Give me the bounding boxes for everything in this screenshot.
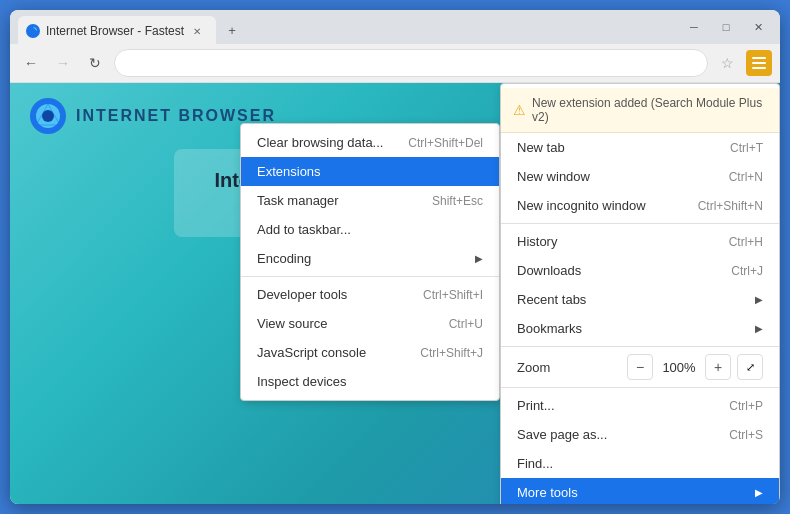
submenu-extensions[interactable]: Extensions xyxy=(241,157,499,186)
active-tab[interactable]: Internet Browser - Fastest ✕ xyxy=(18,16,216,44)
menu-bookmarks[interactable]: Bookmarks ▶ xyxy=(501,314,779,343)
menu-downloads-label: Downloads xyxy=(517,263,581,278)
submenu-add-taskbar-label: Add to taskbar... xyxy=(257,222,351,237)
submenu-developer-tools[interactable]: Developer tools Ctrl+Shift+I xyxy=(241,280,499,309)
submenu-inspect-devices[interactable]: Inspect devices xyxy=(241,367,499,396)
submenu-inspect-devices-label-area: Inspect devices xyxy=(257,374,347,389)
submenu-clear-browsing-label: Clear browsing data... xyxy=(257,135,383,150)
menu-print-label: Print... xyxy=(517,398,555,413)
submenu-extensions-label: Extensions xyxy=(257,164,321,179)
submenu-extensions-label-area: Extensions xyxy=(257,164,321,179)
zoom-fullscreen-button[interactable]: ⤢ xyxy=(737,354,763,380)
bookmark-star-button[interactable]: ☆ xyxy=(714,50,740,76)
zoom-plus-button[interactable]: + xyxy=(705,354,731,380)
main-menu-button[interactable] xyxy=(746,50,772,76)
menu-recent-tabs-label: Recent tabs xyxy=(517,292,586,307)
more-tools-submenu: Clear browsing data... Ctrl+Shift+Del Ex… xyxy=(240,123,500,401)
menu-find[interactable]: Find... xyxy=(501,449,779,478)
close-button[interactable]: ✕ xyxy=(744,17,772,37)
submenu-task-manager-shortcut: Shift+Esc xyxy=(432,194,483,208)
menu-print[interactable]: Print... Ctrl+P xyxy=(501,391,779,420)
browser-content: INTERNET BROWSER Internet Browser. The m… xyxy=(10,83,780,504)
submenu-clear-browsing[interactable]: Clear browsing data... Ctrl+Shift+Del xyxy=(241,128,499,157)
menu-new-tab[interactable]: New tab Ctrl+T xyxy=(501,133,779,162)
menu-new-tab-shortcut: Ctrl+T xyxy=(730,141,763,155)
zoom-controls: − 100% + ⤢ xyxy=(627,354,763,380)
submenu-encoding[interactable]: Encoding ▶ xyxy=(241,244,499,273)
submenu-javascript-console-label: JavaScript console xyxy=(257,345,366,360)
submenu-view-source[interactable]: View source Ctrl+U xyxy=(241,309,499,338)
menu-divider-1 xyxy=(501,223,779,224)
submenu-task-manager-label-area: Task manager xyxy=(257,193,339,208)
menu-new-window[interactable]: New window Ctrl+N xyxy=(501,162,779,191)
address-bar[interactable] xyxy=(114,49,708,77)
submenu-task-manager[interactable]: Task manager Shift+Esc xyxy=(241,186,499,215)
title-bar: Internet Browser - Fastest ✕ + ─ □ ✕ xyxy=(10,10,780,44)
submenu-task-manager-label: Task manager xyxy=(257,193,339,208)
hamburger-icon xyxy=(752,57,766,69)
menu-line-2 xyxy=(752,62,766,64)
browser-window: Internet Browser - Fastest ✕ + ─ □ ✕ ← →… xyxy=(10,10,780,504)
menu-divider-3 xyxy=(501,387,779,388)
submenu-add-taskbar-label-area: Add to taskbar... xyxy=(257,222,351,237)
menu-history-shortcut: Ctrl+H xyxy=(729,235,763,249)
menu-more-tools-label: More tools xyxy=(517,485,578,500)
menu-downloads-shortcut: Ctrl+J xyxy=(731,264,763,278)
submenu-developer-tools-label-area: Developer tools xyxy=(257,287,347,302)
menu-more-tools[interactable]: More tools ▶ xyxy=(501,478,779,504)
menu-print-shortcut: Ctrl+P xyxy=(729,399,763,413)
menu-new-incognito-label: New incognito window xyxy=(517,198,646,213)
submenu-view-source-shortcut: Ctrl+U xyxy=(449,317,483,331)
menu-find-label: Find... xyxy=(517,456,553,471)
menu-save-page[interactable]: Save page as... Ctrl+S xyxy=(501,420,779,449)
browser-logo-icon xyxy=(30,98,66,134)
menu-divider-2 xyxy=(501,346,779,347)
submenu-javascript-console[interactable]: JavaScript console Ctrl+Shift+J xyxy=(241,338,499,367)
tab-favicon xyxy=(26,24,40,38)
menu-bookmarks-label: Bookmarks xyxy=(517,321,582,336)
menu-new-window-label: New window xyxy=(517,169,590,184)
zoom-minus-button[interactable]: − xyxy=(627,354,653,380)
submenu-clear-browsing-label-area: Clear browsing data... xyxy=(257,135,383,150)
main-dropdown-menu: ⚠ New extension added (Search Module Plu… xyxy=(500,83,780,504)
notification-bar: ⚠ New extension added (Search Module Plu… xyxy=(501,88,779,133)
zoom-value-display: 100% xyxy=(659,360,699,375)
minimize-button[interactable]: ─ xyxy=(680,17,708,37)
submenu-divider-1 xyxy=(241,276,499,277)
menu-new-incognito[interactable]: New incognito window Ctrl+Shift+N xyxy=(501,191,779,220)
forward-button[interactable]: → xyxy=(50,50,76,76)
submenu-add-taskbar[interactable]: Add to taskbar... xyxy=(241,215,499,244)
address-bar-area: ← → ↻ ☆ xyxy=(10,44,780,83)
maximize-button[interactable]: □ xyxy=(712,17,740,37)
notification-text: New extension added (Search Module Plus … xyxy=(532,96,767,124)
menu-downloads[interactable]: Downloads Ctrl+J xyxy=(501,256,779,285)
submenu-developer-tools-shortcut: Ctrl+Shift+I xyxy=(423,288,483,302)
new-tab-button[interactable]: + xyxy=(220,18,244,42)
refresh-button[interactable]: ↻ xyxy=(82,50,108,76)
window-controls: ─ □ ✕ xyxy=(680,17,772,37)
menu-history[interactable]: History Ctrl+H xyxy=(501,227,779,256)
menu-more-tools-arrow: ▶ xyxy=(755,487,763,498)
menu-history-label: History xyxy=(517,234,557,249)
menu-line-1 xyxy=(752,57,766,59)
submenu-view-source-label-area: View source xyxy=(257,316,328,331)
zoom-label: Zoom xyxy=(517,360,550,375)
menu-line-3 xyxy=(752,67,766,69)
submenu-inspect-devices-label: Inspect devices xyxy=(257,374,347,389)
menu-save-page-label: Save page as... xyxy=(517,427,607,442)
submenu-view-source-label: View source xyxy=(257,316,328,331)
notification-icon: ⚠ xyxy=(513,102,526,118)
submenu-javascript-console-label-area: JavaScript console xyxy=(257,345,366,360)
back-button[interactable]: ← xyxy=(18,50,44,76)
submenu-javascript-console-shortcut: Ctrl+Shift+J xyxy=(420,346,483,360)
tab-close-button[interactable]: ✕ xyxy=(190,24,204,38)
tab-label: Internet Browser - Fastest xyxy=(46,24,184,38)
menu-recent-tabs-arrow: ▶ xyxy=(755,294,763,305)
menu-new-tab-label: New tab xyxy=(517,140,565,155)
menu-save-page-shortcut: Ctrl+S xyxy=(729,428,763,442)
menu-new-window-shortcut: Ctrl+N xyxy=(729,170,763,184)
tab-area: Internet Browser - Fastest ✕ + xyxy=(18,10,680,44)
submenu-encoding-arrow: ▶ xyxy=(475,253,483,264)
menu-recent-tabs[interactable]: Recent tabs ▶ xyxy=(501,285,779,314)
submenu-encoding-label: Encoding xyxy=(257,251,311,266)
